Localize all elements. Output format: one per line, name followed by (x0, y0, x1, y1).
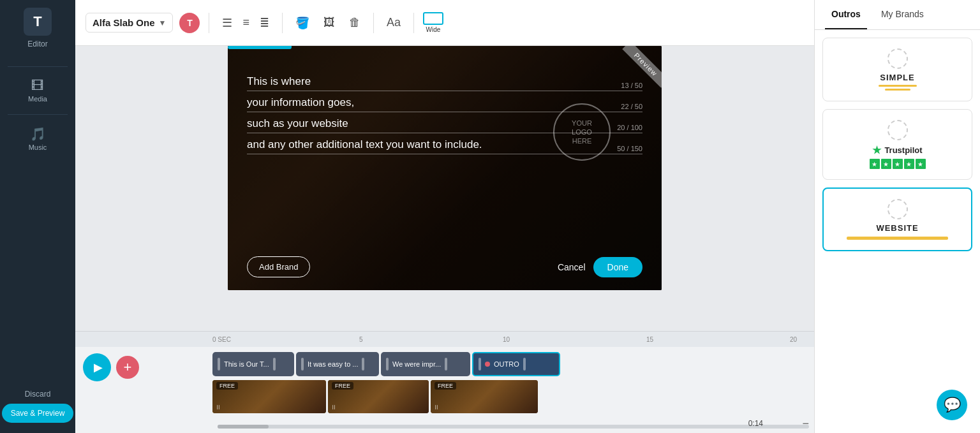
trustpilot-star-row: ★ ★ ★ ★ ★ (870, 159, 926, 169)
ruler-mark-0sec: 0 SEC (212, 336, 231, 343)
timeline-controls: ▶ + (75, 347, 212, 433)
tp-star-4: ★ (904, 159, 914, 169)
canvas-field-1[interactable]: This is where 13 / 50 (247, 71, 642, 91)
text-track-row: This is Our T... It was easy to ... We w… (212, 352, 814, 376)
sidebar-bottom: Discard Save & Preview (2, 390, 74, 433)
canvas-field-4-text: and any other additional text you want t… (247, 138, 482, 150)
sidebar-logo-letter: T (33, 13, 41, 30)
sidebar-divider-2 (8, 114, 68, 115)
canvas-field-2-count: 22 / 50 (621, 103, 642, 110)
align-right-button[interactable]: ≣ (256, 13, 273, 33)
main-area: Alfa Slab One ▼ T ☰ ≡ ≣ 🪣 🖼 🗑 Aa Wide (75, 0, 814, 433)
trash-button[interactable]: 🗑 (345, 13, 364, 32)
bottom-bar (212, 420, 814, 433)
tp-star-3: ★ (893, 159, 903, 169)
toolbar-divider-2 (282, 13, 283, 33)
align-left-button[interactable]: ☰ (218, 13, 236, 33)
clip-handle-left-2 (301, 358, 304, 371)
scrollbar-thumb[interactable] (218, 425, 269, 429)
canvas-field-3[interactable]: such as your website 20 / 100 (247, 114, 642, 133)
free-badge-3: FREE (434, 382, 456, 390)
bucket-button[interactable]: 🪣 (292, 13, 313, 33)
chat-icon: 💬 (944, 397, 961, 413)
chat-button[interactable]: 💬 (937, 390, 967, 420)
clip-label-2: It was easy to ... (308, 360, 358, 368)
canvas-field-4-count: 50 / 150 (617, 145, 642, 152)
tab-outros[interactable]: Outros (825, 0, 867, 29)
video-clip-3-handle: ⏸ (433, 404, 440, 411)
sidebar-editor-label: Editor (27, 40, 47, 48)
clip-it-was-easy[interactable]: It was easy to ... (296, 352, 379, 376)
video-clip-2[interactable]: FREE ⏸ (328, 380, 429, 413)
ruler-mark-20: 20 (790, 336, 797, 343)
add-brand-button[interactable]: Add Brand (247, 256, 310, 277)
discard-button[interactable]: Discard (25, 390, 51, 399)
time-display: 0:14 (748, 419, 763, 428)
trustpilot-header: ★ Trustpilot (872, 144, 922, 156)
scrollbar-track[interactable] (218, 425, 809, 429)
video-track-row: FREE ⏸ FREE ⏸ FREE ⏸ (212, 380, 814, 413)
canvas-field-3-count: 20 / 100 (617, 124, 642, 131)
clip-outro[interactable]: OUTRO (472, 352, 560, 376)
canvas-field-1-text: This is where (247, 75, 311, 87)
simple-logo-circle (887, 48, 908, 69)
outro-card-trustpilot[interactable]: ★ Trustpilot ★ ★ ★ ★ ★ (822, 109, 972, 180)
trustpilot-star-icon: ★ (872, 144, 881, 156)
clip-label-4: OUTRO (494, 360, 519, 368)
color-picker-button[interactable]: T (179, 13, 200, 33)
cancel-done-group: Cancel Done (558, 257, 642, 277)
image-button[interactable]: 🖼 (320, 13, 339, 32)
media-icon: 🎞 (31, 78, 44, 93)
cancel-button[interactable]: Cancel (558, 262, 586, 272)
outro-card-simple[interactable]: SIMPLE (822, 38, 972, 101)
clip-handle-left-4 (479, 358, 481, 371)
clip-label-1: This is Our T... (224, 360, 269, 368)
clip-label-3: We were impr... (392, 360, 441, 368)
video-clip-2-handle: ⏸ (330, 404, 337, 411)
panel-content: SIMPLE ★ Trustpilot ★ ★ ★ ★ ★ WE (815, 30, 980, 259)
clip-handle-right-2 (362, 358, 364, 371)
tab-my-brands[interactable]: My Brands (875, 0, 930, 29)
font-chevron-icon: ▼ (159, 18, 167, 27)
video-clip-3[interactable]: FREE ⏸ (431, 380, 538, 413)
align-center-button[interactable]: ≡ (239, 13, 253, 33)
done-button[interactable]: Done (593, 257, 642, 277)
play-button[interactable]: ▶ (83, 353, 111, 381)
simple-line-2 (885, 89, 910, 91)
canvas-actions: Add Brand Cancel Done (247, 256, 642, 277)
wide-btn-rect (423, 12, 443, 25)
clip-this-is-our[interactable]: This is Our T... (212, 352, 294, 376)
simple-lines (879, 85, 917, 91)
clip-handle-right-4 (523, 358, 526, 371)
outro-card-website[interactable]: WEBSITE (822, 187, 972, 251)
video-clip-1[interactable]: FREE ⏸ (212, 380, 326, 413)
tp-star-5: ★ (916, 159, 926, 169)
tp-star-2: ★ (881, 159, 891, 169)
font-name-label: Alfa Slab One (93, 17, 155, 28)
add-clip-button[interactable]: + (116, 356, 139, 379)
canvas-area: Preview YOURLOGOHERE This is where 13 / … (75, 46, 814, 331)
canvas-field-1-count: 13 / 50 (621, 82, 642, 89)
ruler-mark-15: 15 (646, 336, 653, 343)
sidebar-item-media-label: Media (28, 95, 47, 103)
zoom-out-button[interactable]: − (802, 417, 809, 430)
font-selector[interactable]: Alfa Slab One ▼ (85, 13, 173, 33)
free-badge-2: FREE (332, 382, 353, 390)
clip-handle-right-1 (273, 358, 276, 371)
toolbar-divider-4 (413, 13, 414, 33)
clip-we-were[interactable]: We were impr... (381, 352, 470, 376)
sidebar-item-media[interactable]: 🎞 Media (0, 72, 75, 109)
clip-handle-left-1 (218, 358, 220, 371)
video-clip-1-handle: ⏸ (215, 404, 221, 411)
wide-button[interactable]: Wide (423, 12, 443, 33)
timeline-area: 0 SEC 5 10 15 20 25 ▶ + (75, 331, 814, 433)
save-preview-button[interactable]: Save & Preview (2, 404, 74, 423)
font-style-button[interactable]: Aa (383, 13, 405, 32)
toolbar-divider-1 (209, 13, 209, 33)
canvas-field-4[interactable]: and any other additional text you want t… (247, 135, 642, 154)
play-icon: ▶ (94, 360, 103, 374)
clip-handle-right-3 (445, 358, 447, 371)
canvas-field-2[interactable]: your information goes, 22 / 50 (247, 92, 642, 112)
ruler-mark-10: 10 (503, 336, 510, 343)
sidebar-item-music[interactable]: 🎵 Music (0, 120, 75, 158)
